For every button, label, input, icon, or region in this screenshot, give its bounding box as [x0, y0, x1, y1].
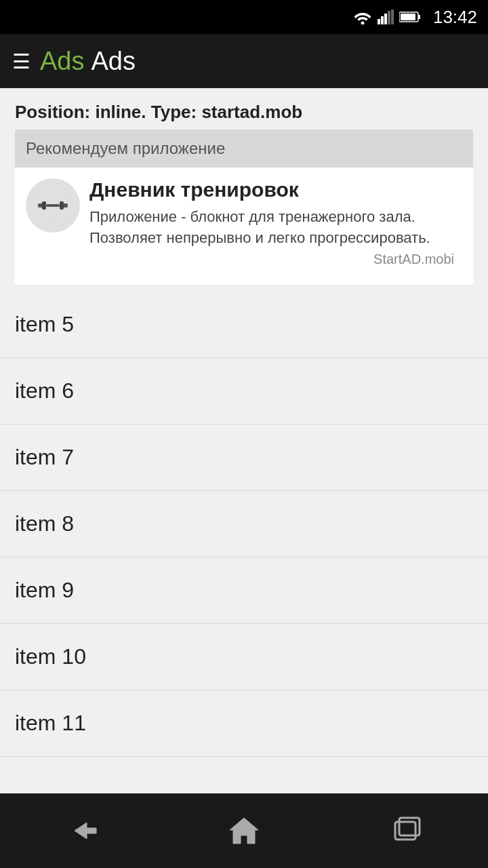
ad-position-label: Position: inline. Type: startad.mob [0, 88, 488, 130]
ad-text-content: Дневник тренировок Приложение - блокнот … [89, 178, 462, 274]
ad-app-desc: Приложение - блокнот для тренажерного за… [89, 207, 462, 249]
hamburger-icon[interactable]: ☰ [12, 50, 30, 73]
svg-rect-1 [378, 19, 380, 24]
svg-rect-7 [418, 15, 420, 19]
ad-container[interactable]: Рекомендуем приложение Дневник тренирово… [15, 130, 473, 285]
app-bar: ☰ Ads Ads [0, 34, 488, 88]
list-item[interactable]: item 6 [0, 358, 488, 425]
status-time: 13:42 [433, 7, 477, 28]
ad-app-name: Дневник тренировок [89, 178, 462, 201]
svg-rect-5 [391, 9, 394, 24]
list-item[interactable]: item 5 [0, 292, 488, 358]
list-item[interactable]: item 7 [0, 425, 488, 491]
wifi-icon [353, 9, 372, 24]
back-button[interactable] [47, 810, 115, 851]
svg-point-0 [361, 22, 364, 25]
status-bar: 13:42 [0, 0, 488, 34]
svg-rect-14 [46, 204, 60, 207]
list-container: item 5item 6item 7item 8item 9item 10ite… [0, 292, 488, 757]
app-bar-title: Ads Ads [40, 47, 136, 76]
ad-app-icon [26, 178, 80, 233]
app-bar-title-green: Ads [40, 47, 84, 76]
svg-rect-2 [381, 16, 384, 24]
svg-rect-4 [388, 11, 390, 24]
list-item[interactable]: item 11 [0, 690, 488, 757]
bottom-nav [0, 793, 488, 868]
main-content: Position: inline. Type: startad.mob Реко… [0, 88, 488, 793]
signal-icon [378, 9, 394, 24]
list-item[interactable]: item 8 [0, 491, 488, 557]
home-button[interactable] [210, 810, 278, 851]
battery-icon [399, 11, 421, 23]
svg-rect-3 [384, 14, 387, 24]
dumbbell-icon [33, 185, 73, 226]
ad-body[interactable]: Дневник тренировок Приложение - блокнот … [15, 167, 473, 285]
list-item[interactable]: item 9 [0, 557, 488, 624]
recents-button[interactable] [373, 810, 441, 851]
app-bar-title-white: Ads [91, 47, 135, 76]
svg-rect-13 [60, 201, 64, 210]
svg-rect-8 [401, 14, 415, 20]
svg-rect-12 [42, 201, 46, 210]
ad-header: Рекомендуем приложение [15, 130, 473, 167]
list-item[interactable]: item 10 [0, 624, 488, 690]
ad-provider: StartAD.mobi [89, 249, 462, 274]
